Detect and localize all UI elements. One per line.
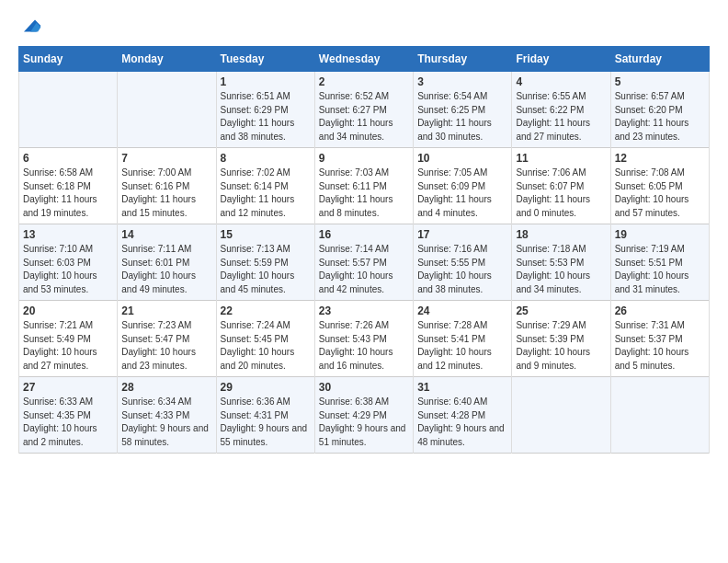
day-info: Sunrise: 6:51 AM Sunset: 6:29 PM Dayligh…	[221, 90, 311, 144]
day-cell: 23Sunrise: 7:26 AM Sunset: 5:43 PM Dayli…	[314, 301, 413, 377]
day-info: Sunrise: 6:40 AM Sunset: 4:28 PM Dayligh…	[417, 396, 507, 449]
day-info: Sunrise: 6:33 AM Sunset: 4:35 PM Dayligh…	[23, 396, 113, 449]
day-number: 6	[23, 152, 113, 165]
day-info: Sunrise: 7:06 AM Sunset: 6:07 PM Dayligh…	[516, 167, 606, 220]
day-cell: 18Sunrise: 7:18 AM Sunset: 5:53 PM Dayli…	[512, 224, 610, 301]
day-cell: 12Sunrise: 7:08 AM Sunset: 6:05 PM Dayli…	[610, 148, 709, 224]
day-number: 28	[121, 381, 211, 394]
day-cell: 31Sunrise: 6:40 AM Sunset: 4:28 PM Dayli…	[414, 377, 512, 454]
day-cell	[19, 72, 118, 148]
day-cell: 28Sunrise: 6:34 AM Sunset: 4:33 PM Dayli…	[118, 377, 216, 454]
day-cell: 14Sunrise: 7:11 AM Sunset: 6:01 PM Dayli…	[118, 224, 216, 301]
header	[18, 15, 710, 37]
day-number: 23	[319, 304, 409, 317]
day-cell: 21Sunrise: 7:23 AM Sunset: 5:47 PM Dayli…	[118, 301, 216, 377]
day-info: Sunrise: 7:29 AM Sunset: 5:39 PM Dayligh…	[516, 319, 606, 373]
day-cell: 13Sunrise: 7:10 AM Sunset: 6:03 PM Dayli…	[19, 224, 118, 301]
day-info: Sunrise: 7:23 AM Sunset: 5:47 PM Dayligh…	[121, 319, 211, 373]
day-number: 4	[516, 75, 606, 88]
day-cell: 27Sunrise: 6:33 AM Sunset: 4:35 PM Dayli…	[19, 377, 118, 454]
day-cell: 2Sunrise: 6:52 AM Sunset: 6:27 PM Daylig…	[314, 72, 413, 148]
day-number: 27	[23, 381, 113, 394]
day-number: 14	[121, 228, 211, 241]
day-number: 26	[615, 304, 705, 317]
day-number: 16	[319, 228, 409, 241]
day-cell	[610, 377, 709, 454]
day-number: 15	[221, 228, 311, 241]
day-number: 1	[221, 75, 311, 88]
day-cell: 11Sunrise: 7:06 AM Sunset: 6:07 PM Dayli…	[512, 148, 610, 224]
day-number: 13	[23, 228, 113, 241]
day-cell: 29Sunrise: 6:36 AM Sunset: 4:31 PM Dayli…	[216, 377, 314, 454]
calendar-table: SundayMondayTuesdayWednesdayThursdayFrid…	[18, 46, 710, 454]
day-number: 19	[615, 228, 705, 241]
day-cell: 25Sunrise: 7:29 AM Sunset: 5:39 PM Dayli…	[512, 301, 610, 377]
day-cell: 19Sunrise: 7:19 AM Sunset: 5:51 PM Dayli…	[610, 224, 709, 301]
day-number: 11	[516, 152, 606, 165]
day-number: 8	[221, 152, 311, 165]
day-cell	[512, 377, 610, 454]
day-info: Sunrise: 7:11 AM Sunset: 6:01 PM Dayligh…	[121, 243, 211, 296]
day-number: 12	[615, 152, 705, 165]
day-info: Sunrise: 7:18 AM Sunset: 5:53 PM Dayligh…	[516, 243, 606, 296]
day-header-thursday: Thursday	[414, 47, 512, 72]
day-info: Sunrise: 7:14 AM Sunset: 5:57 PM Dayligh…	[319, 243, 409, 296]
day-info: Sunrise: 6:34 AM Sunset: 4:33 PM Dayligh…	[121, 396, 211, 449]
day-info: Sunrise: 7:13 AM Sunset: 5:59 PM Dayligh…	[221, 243, 311, 296]
logo	[18, 15, 42, 37]
header-row: SundayMondayTuesdayWednesdayThursdayFrid…	[19, 47, 710, 72]
day-number: 3	[417, 75, 507, 88]
day-number: 30	[319, 381, 409, 394]
day-number: 18	[516, 228, 606, 241]
day-cell: 24Sunrise: 7:28 AM Sunset: 5:41 PM Dayli…	[414, 301, 512, 377]
day-info: Sunrise: 7:16 AM Sunset: 5:55 PM Dayligh…	[417, 243, 507, 296]
day-info: Sunrise: 6:58 AM Sunset: 6:18 PM Dayligh…	[23, 167, 113, 220]
day-cell: 3Sunrise: 6:54 AM Sunset: 6:25 PM Daylig…	[414, 72, 512, 148]
day-number: 25	[516, 304, 606, 317]
day-cell: 26Sunrise: 7:31 AM Sunset: 5:37 PM Dayli…	[610, 301, 709, 377]
day-info: Sunrise: 6:38 AM Sunset: 4:29 PM Dayligh…	[319, 396, 409, 449]
day-info: Sunrise: 7:10 AM Sunset: 6:03 PM Dayligh…	[23, 243, 113, 296]
week-row-1: 1Sunrise: 6:51 AM Sunset: 6:29 PM Daylig…	[19, 72, 710, 148]
day-info: Sunrise: 7:03 AM Sunset: 6:11 PM Dayligh…	[319, 167, 409, 220]
day-info: Sunrise: 7:31 AM Sunset: 5:37 PM Dayligh…	[615, 319, 705, 373]
day-number: 10	[417, 152, 507, 165]
day-info: Sunrise: 6:57 AM Sunset: 6:20 PM Dayligh…	[615, 90, 705, 144]
day-number: 17	[417, 228, 507, 241]
day-cell	[118, 72, 216, 148]
day-info: Sunrise: 7:05 AM Sunset: 6:09 PM Dayligh…	[417, 167, 507, 220]
day-cell: 8Sunrise: 7:02 AM Sunset: 6:14 PM Daylig…	[216, 148, 314, 224]
day-number: 21	[121, 304, 211, 317]
day-header-wednesday: Wednesday	[314, 47, 413, 72]
week-row-5: 27Sunrise: 6:33 AM Sunset: 4:35 PM Dayli…	[19, 377, 710, 454]
day-cell: 22Sunrise: 7:24 AM Sunset: 5:45 PM Dayli…	[216, 301, 314, 377]
day-header-friday: Friday	[512, 47, 610, 72]
day-cell: 9Sunrise: 7:03 AM Sunset: 6:11 PM Daylig…	[314, 148, 413, 224]
day-cell: 20Sunrise: 7:21 AM Sunset: 5:49 PM Dayli…	[19, 301, 118, 377]
day-number: 24	[417, 304, 507, 317]
day-info: Sunrise: 6:54 AM Sunset: 6:25 PM Dayligh…	[417, 90, 507, 144]
day-cell: 1Sunrise: 6:51 AM Sunset: 6:29 PM Daylig…	[216, 72, 314, 148]
day-info: Sunrise: 6:52 AM Sunset: 6:27 PM Dayligh…	[319, 90, 409, 144]
day-info: Sunrise: 6:36 AM Sunset: 4:31 PM Dayligh…	[221, 396, 311, 449]
day-cell: 30Sunrise: 6:38 AM Sunset: 4:29 PM Dayli…	[314, 377, 413, 454]
day-info: Sunrise: 7:26 AM Sunset: 5:43 PM Dayligh…	[319, 319, 409, 373]
day-number: 5	[615, 75, 705, 88]
day-cell: 4Sunrise: 6:55 AM Sunset: 6:22 PM Daylig…	[512, 72, 610, 148]
week-row-2: 6Sunrise: 6:58 AM Sunset: 6:18 PM Daylig…	[19, 148, 710, 224]
day-header-monday: Monday	[118, 47, 216, 72]
week-row-3: 13Sunrise: 7:10 AM Sunset: 6:03 PM Dayli…	[19, 224, 710, 301]
day-number: 20	[23, 304, 113, 317]
day-info: Sunrise: 7:21 AM Sunset: 5:49 PM Dayligh…	[23, 319, 113, 373]
day-cell: 6Sunrise: 6:58 AM Sunset: 6:18 PM Daylig…	[19, 148, 118, 224]
day-info: Sunrise: 7:08 AM Sunset: 6:05 PM Dayligh…	[615, 167, 705, 220]
logo-icon	[20, 15, 42, 37]
day-cell: 15Sunrise: 7:13 AM Sunset: 5:59 PM Dayli…	[216, 224, 314, 301]
day-cell: 7Sunrise: 7:00 AM Sunset: 6:16 PM Daylig…	[118, 148, 216, 224]
day-header-sunday: Sunday	[19, 47, 118, 72]
day-cell: 5Sunrise: 6:57 AM Sunset: 6:20 PM Daylig…	[610, 72, 709, 148]
page-container: SundayMondayTuesdayWednesdayThursdayFrid…	[0, 0, 728, 468]
day-info: Sunrise: 7:00 AM Sunset: 6:16 PM Dayligh…	[121, 167, 211, 220]
day-info: Sunrise: 7:19 AM Sunset: 5:51 PM Dayligh…	[615, 243, 705, 296]
day-cell: 16Sunrise: 7:14 AM Sunset: 5:57 PM Dayli…	[314, 224, 413, 301]
